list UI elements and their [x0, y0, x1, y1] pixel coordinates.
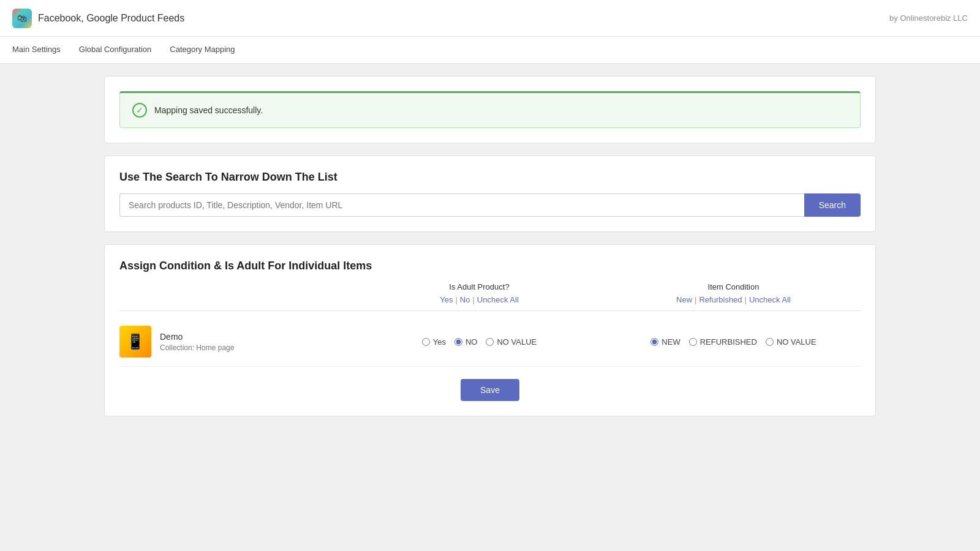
adult-radio-no[interactable]: NO [454, 337, 478, 347]
search-section-title: Use The Search To Narrow Down The List [119, 171, 861, 184]
condition-radio-input-new[interactable] [650, 338, 658, 346]
product-name: Demo [160, 332, 234, 342]
adult-link-yes[interactable]: Yes [440, 295, 453, 304]
adult-radio-yes[interactable]: Yes [422, 337, 446, 347]
assign-condition-card: Assign Condition & Is Adult For Individu… [104, 244, 876, 416]
condition-column-label: Item Condition [606, 282, 861, 291]
app-icon: 🛍 [12, 9, 32, 28]
search-input[interactable] [119, 193, 804, 217]
condition-radio-refurbished[interactable]: REFURBISHED [689, 337, 757, 347]
adult-sublinks: Yes | No | Uncheck All [352, 295, 606, 304]
condition-radio-input-novalue[interactable] [766, 338, 774, 346]
adult-radio-novalue[interactable]: NO VALUE [486, 337, 537, 347]
top-bar: 🛍 Facebook, Google Product Feeds by Onli… [0, 0, 980, 37]
search-button[interactable]: Search [804, 193, 861, 217]
condition-link-new[interactable]: New [676, 295, 692, 304]
nav-item-category-mapping[interactable]: Category Mapping [170, 37, 235, 62]
search-card: Use The Search To Narrow Down The List S… [104, 156, 876, 232]
page-content: ✓ Mapping saved successfully. Use The Se… [92, 64, 888, 441]
success-card: ✓ Mapping saved successfully. [104, 76, 876, 143]
nav-item-main-settings[interactable]: Main Settings [12, 37, 61, 62]
col-condition-header: Item Condition New | Refurbished | Unche… [606, 282, 861, 304]
adult-link-no[interactable]: No [460, 295, 470, 304]
app-branding: 🛍 Facebook, Google Product Feeds [12, 9, 184, 28]
success-banner: ✓ Mapping saved successfully. [119, 91, 861, 128]
table-header: Is Adult Product? Yes | No | Uncheck All… [119, 282, 861, 311]
col-product-header [119, 282, 352, 304]
company-credit: by Onlinestorebiz LLC [889, 13, 968, 23]
assign-table: Is Adult Product? Yes | No | Uncheck All… [119, 282, 861, 367]
save-row: Save [119, 379, 861, 401]
condition-link-refurbished[interactable]: Refurbished [699, 295, 742, 304]
adult-radio-input-yes[interactable] [422, 338, 430, 346]
product-collection: Collection: Home page [160, 343, 234, 352]
condition-link-uncheck-all[interactable]: Uncheck All [749, 295, 791, 304]
condition-radio-novalue[interactable]: NO VALUE [766, 337, 816, 347]
adult-radio-input-novalue[interactable] [486, 338, 494, 346]
col-adult-header: Is Adult Product? Yes | No | Uncheck All [352, 282, 606, 304]
save-button[interactable]: Save [461, 379, 519, 401]
adult-link-uncheck-all[interactable]: Uncheck All [477, 295, 519, 304]
condition-radio-new[interactable]: NEW [650, 337, 680, 347]
success-icon: ✓ [132, 103, 147, 118]
app-title: Facebook, Google Product Feeds [38, 13, 184, 24]
condition-sublinks: New | Refurbished | Uncheck All [606, 295, 861, 304]
adult-radio-input-no[interactable] [454, 338, 462, 346]
product-details: Demo Collection: Home page [160, 332, 234, 352]
condition-radio-input-refurbished[interactable] [689, 338, 697, 346]
product-thumbnail: 📱 [119, 326, 151, 358]
nav-item-global-config[interactable]: Global Configuration [79, 37, 152, 62]
adult-radio-group: Yes NO NO VALUE [352, 337, 606, 347]
product-info: 📱 Demo Collection: Home page [119, 326, 352, 358]
condition-radio-group: NEW REFURBISHED NO VALUE [606, 337, 861, 347]
search-row: Search [119, 193, 861, 217]
assign-section-title: Assign Condition & Is Adult For Individu… [119, 260, 861, 272]
table-row: 📱 Demo Collection: Home page Yes NO [119, 317, 861, 367]
nav-bar: Main Settings Global Configuration Categ… [0, 37, 980, 64]
adult-column-label: Is Adult Product? [352, 282, 606, 291]
success-message: Mapping saved successfully. [154, 105, 263, 115]
